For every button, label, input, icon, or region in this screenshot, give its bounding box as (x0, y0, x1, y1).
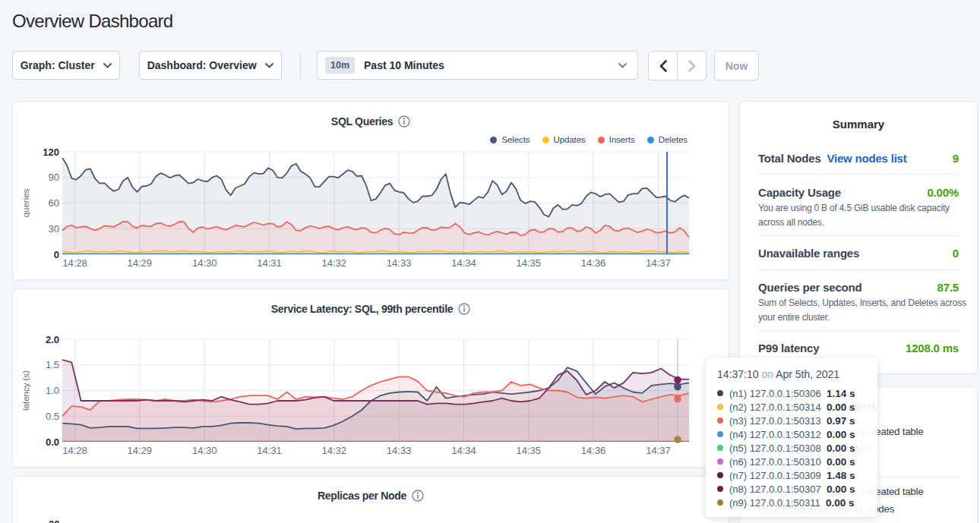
svg-text:14:37: 14:37 (646, 257, 671, 269)
svg-text:14:31: 14:31 (257, 257, 282, 269)
svg-text:14:36: 14:36 (581, 257, 606, 269)
svg-text:90: 90 (49, 172, 59, 183)
svg-text:latency (s): latency (s) (21, 370, 30, 411)
svg-text:2.0: 2.0 (46, 334, 59, 345)
svg-text:14:34: 14:34 (451, 257, 476, 269)
svg-text:14:28: 14:28 (62, 257, 87, 269)
svg-text:14:36: 14:36 (581, 445, 606, 456)
svg-text:14:33: 14:33 (387, 257, 412, 269)
svg-text:14:29: 14:29 (128, 257, 153, 269)
svg-text:14:31: 14:31 (257, 445, 282, 456)
svg-text:60: 60 (49, 197, 59, 209)
svg-text:0.5: 0.5 (46, 411, 59, 422)
svg-text:14:32: 14:32 (322, 445, 347, 456)
svg-text:14:32: 14:32 (322, 257, 347, 269)
svg-text:14:34: 14:34 (451, 445, 476, 456)
svg-text:0.0: 0.0 (46, 436, 59, 448)
svg-text:14:35: 14:35 (517, 257, 542, 269)
svg-text:14:30: 14:30 (192, 257, 217, 269)
svg-text:1.5: 1.5 (46, 359, 59, 370)
svg-text:14:29: 14:29 (128, 445, 153, 456)
svg-text:1.0: 1.0 (46, 385, 59, 396)
svg-text:14:28: 14:28 (62, 445, 87, 456)
svg-text:14:35: 14:35 (517, 445, 542, 456)
svg-text:14:33: 14:33 (387, 445, 412, 456)
svg-text:14:30: 14:30 (192, 445, 217, 456)
svg-text:queries: queries (21, 188, 30, 217)
svg-text:0: 0 (54, 249, 59, 260)
svg-text:14:37: 14:37 (646, 445, 671, 456)
svg-text:30: 30 (49, 223, 59, 235)
svg-text:120: 120 (43, 147, 59, 158)
